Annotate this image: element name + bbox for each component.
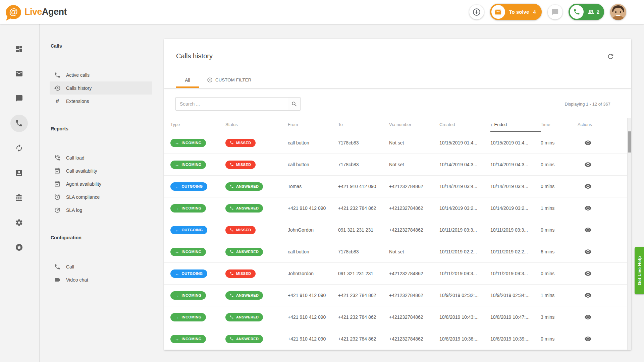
column-header-type[interactable]: Type bbox=[170, 117, 225, 132]
rail-item-dashboard[interactable] bbox=[7, 37, 32, 61]
user-avatar[interactable] bbox=[610, 4, 626, 20]
nav-item-call[interactable]: Call bbox=[50, 260, 152, 273]
phone-icon bbox=[230, 293, 234, 297]
table-row[interactable]: →INCOMINGANSWERED+421 910 412 090+421 23… bbox=[164, 306, 631, 328]
cell-from: call button bbox=[288, 132, 338, 154]
cell-status: ANSWERED bbox=[225, 241, 288, 262]
nav-item-sla-compliance[interactable]: SLA compliance bbox=[50, 190, 152, 203]
column-label: To bbox=[338, 122, 343, 127]
cell-status: ANSWERED bbox=[225, 306, 288, 328]
tab-all[interactable]: All bbox=[176, 77, 199, 88]
view-call-button[interactable] bbox=[584, 183, 592, 190]
liveagent-logo[interactable]: @ LiveAgent bbox=[6, 5, 67, 19]
cell-type: →INCOMING bbox=[170, 285, 225, 306]
table-row[interactable]: →INCOMINGMISSEDcall button7178cb83Not se… bbox=[164, 154, 631, 176]
column-header-created[interactable]: Created bbox=[439, 117, 490, 132]
view-call-button[interactable] bbox=[584, 313, 592, 321]
nav-item-active-calls[interactable]: Active calls bbox=[50, 68, 152, 81]
cell-from: Tomas bbox=[288, 176, 338, 197]
nav-item-label: Call availability bbox=[66, 168, 97, 174]
refresh-button[interactable] bbox=[604, 50, 616, 62]
table-row[interactable]: →INCOMINGANSWERED+421 910 412 090+421 23… bbox=[164, 285, 631, 306]
rail-item-calls[interactable] bbox=[7, 111, 32, 136]
get-live-help-label: Get Live Help bbox=[637, 256, 642, 285]
history-icon bbox=[53, 85, 61, 92]
nav-section-title: Calls bbox=[51, 43, 153, 49]
eye-icon bbox=[584, 335, 592, 343]
column-header-to[interactable]: To bbox=[338, 117, 389, 132]
cell-type: ←OUTGOING bbox=[170, 263, 225, 284]
column-header-ended[interactable]: ↓Ended bbox=[490, 117, 541, 132]
cell-created: 10/8/2019 10:43:... bbox=[439, 306, 490, 328]
sort-desc-icon: ↓ bbox=[490, 122, 493, 127]
arrow-left-icon: ← bbox=[175, 272, 179, 276]
table-row[interactable]: ←OUTGOINGMISSEDJohnGordon091 321 231 231… bbox=[164, 219, 631, 241]
column-header-actions[interactable]: Actions bbox=[578, 117, 626, 132]
group-icon bbox=[588, 9, 594, 15]
view-call-button[interactable] bbox=[584, 226, 592, 234]
rail-item-tickets[interactable] bbox=[7, 61, 32, 86]
cell-via-number: +421232784862 bbox=[389, 219, 439, 241]
nav-item-call-availability[interactable]: Call availability bbox=[50, 164, 152, 177]
view-call-button[interactable] bbox=[584, 204, 592, 212]
view-call-button[interactable] bbox=[584, 161, 592, 168]
cell-status: ANSWERED bbox=[225, 176, 288, 197]
tab-custom-filter[interactable]: CUSTOM FILTER bbox=[207, 77, 251, 88]
nav-item-calls-history[interactable]: Calls history bbox=[50, 81, 152, 95]
search-input[interactable] bbox=[175, 97, 288, 111]
eye-icon bbox=[584, 248, 592, 255]
eye-icon bbox=[584, 161, 592, 168]
table-row[interactable]: →INCOMINGANSWERED+421 910 412 090+421 23… bbox=[164, 197, 631, 219]
rail-item-loop[interactable] bbox=[7, 136, 32, 161]
to-solve-button[interactable]: To solve 4 bbox=[490, 4, 542, 20]
table-row[interactable]: ←OUTGOINGANSWEREDTomas+421 910 412 090+4… bbox=[164, 176, 631, 197]
chats-button[interactable] bbox=[548, 5, 562, 19]
rail-item-starred[interactable] bbox=[7, 235, 32, 260]
column-header-via-number[interactable]: Via number bbox=[389, 117, 439, 132]
phone-icon bbox=[230, 163, 234, 167]
view-call-button[interactable] bbox=[584, 139, 592, 146]
eye-icon bbox=[584, 204, 592, 212]
rail-item-chats[interactable] bbox=[7, 86, 32, 111]
nav-item-sla-log[interactable]: SLA log bbox=[50, 203, 152, 217]
cell-from: +421 910 412 090 bbox=[288, 197, 338, 219]
rail-item-settings[interactable] bbox=[7, 210, 32, 235]
nav-panel: CallsActive callsCalls history#Extension… bbox=[39, 24, 153, 362]
view-call-button[interactable] bbox=[584, 292, 592, 299]
star-circle-icon bbox=[15, 243, 23, 251]
column-header-time[interactable]: Time bbox=[541, 117, 578, 132]
cell-to: +421 232 784 862 bbox=[338, 197, 389, 219]
view-call-button[interactable] bbox=[584, 335, 592, 343]
scrollbar-thumb[interactable] bbox=[628, 131, 631, 153]
table-row[interactable]: ←OUTGOINGMISSEDJohnGordon091 321 231 231… bbox=[164, 263, 631, 285]
phone-icon bbox=[230, 141, 234, 145]
nav-item-extensions[interactable]: #Extensions bbox=[50, 95, 152, 108]
phone-icon bbox=[230, 250, 234, 254]
column-header-from[interactable]: From bbox=[288, 117, 338, 132]
cell-status: ANSWERED bbox=[225, 197, 288, 219]
cell-type: →INCOMING bbox=[170, 328, 225, 350]
get-live-help-tab[interactable]: Get Live Help bbox=[635, 247, 644, 294]
nav-section-configuration: ConfigurationCallVideo chat bbox=[40, 224, 153, 286]
nav-item-video-chat[interactable]: Video chat bbox=[50, 273, 152, 286]
nav-item-agent-availability[interactable]: Agent availability bbox=[50, 177, 152, 190]
agents-online-button[interactable]: 2 bbox=[569, 4, 604, 20]
view-call-button[interactable] bbox=[584, 270, 592, 277]
table-row[interactable]: →INCOMINGANSWERED+421 910 412 090+421 23… bbox=[164, 328, 631, 350]
table-scrollbar[interactable] bbox=[627, 118, 631, 350]
add-button[interactable] bbox=[469, 5, 484, 19]
cell-via-number: +421232784862 bbox=[389, 306, 439, 328]
avatar-image bbox=[610, 4, 626, 20]
status-badge: MISSED bbox=[225, 139, 256, 147]
rail-item-bank[interactable] bbox=[7, 185, 32, 210]
cell-type: →INCOMING bbox=[170, 132, 225, 154]
view-call-button[interactable] bbox=[584, 248, 592, 255]
rail-item-contacts[interactable] bbox=[7, 161, 32, 185]
search-button[interactable] bbox=[288, 97, 301, 111]
column-header-status[interactable]: Status bbox=[225, 117, 288, 132]
phone-icon bbox=[230, 184, 234, 188]
table-row[interactable]: →INCOMINGMISSEDcall button7178cb83Not se… bbox=[164, 132, 631, 154]
cell-created: 10/15/2019 01:4... bbox=[439, 132, 490, 154]
table-row[interactable]: →INCOMINGANSWEREDcall button7178cb83Not … bbox=[164, 241, 631, 263]
nav-item-call-load[interactable]: Call load bbox=[50, 151, 152, 164]
